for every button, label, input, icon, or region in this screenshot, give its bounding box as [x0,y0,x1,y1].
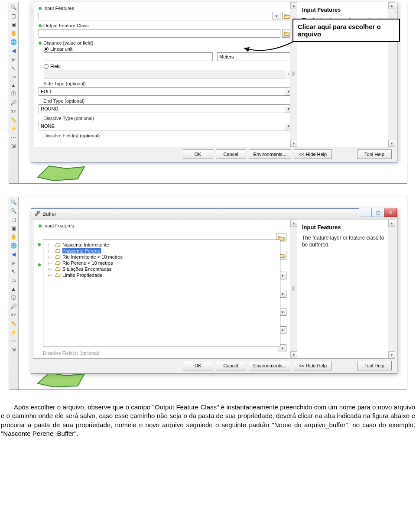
linear-unit-value-field[interactable] [44,52,213,61]
ok-button[interactable]: OK [183,149,213,159]
environments-button[interactable]: Environments... [249,361,291,370]
dropdown-item-label: Nascente Intermitente [62,242,109,247]
input-features-label: Input Features [43,223,74,228]
scroll-down-icon[interactable]: ▼ [290,140,297,147]
dissolve-type-combo[interactable] [39,122,285,130]
hide-help-button[interactable]: << Hide Help [294,149,332,159]
help-scrollbar[interactable]: ▲ ▼ [388,220,395,358]
tree-branch-icon: ⊢ [47,267,53,272]
pointer-icon[interactable]: ▲ [10,82,17,89]
cancel-button[interactable]: Cancel [216,149,246,159]
tool-help-button[interactable]: Tool Help [357,361,392,370]
select-icon[interactable]: ↖ [10,65,17,71]
identify-icon[interactable]: ⓘ [10,91,17,97]
tree-branch-icon: ⊢ [47,273,53,278]
dropdown-item[interactable]: ⊢Rio Intermitente < 10 metros [46,254,277,260]
more-icon[interactable]: ⋯ [10,337,17,344]
side-type-combo[interactable] [39,87,285,96]
fullextent-icon[interactable]: ▢ [10,216,17,223]
hide-help-button[interactable]: << Hide Help [294,361,332,370]
scroll-down-icon[interactable]: ▼ [388,140,395,147]
zoom-out-icon[interactable]: 🔍 [10,4,17,11]
pointer-icon[interactable]: ▲ [10,285,17,292]
output-fc-label: Output Feature Class [43,23,89,28]
input-features-label: Input Features [43,6,74,11]
globe-icon[interactable]: 🌐 [10,242,17,249]
tree-branch-icon: ⊢ [47,243,53,247]
polygon-layer-icon [55,261,61,265]
svg-rect-3 [37,211,39,213]
svg-marker-9 [55,273,60,277]
close-button[interactable]: ✕ [384,208,397,217]
dialog-titlebar[interactable]: Buffer — ▢ ✕ [31,209,397,219]
next-extent-icon[interactable]: ▶ [10,56,17,63]
tool-icon[interactable]: ⇲ [10,346,17,353]
dropdown-item[interactable]: ⊢Rio Perene < 10 metros [46,260,277,266]
scroll-up-icon[interactable]: ▲ [388,2,395,9]
zoom-out-icon[interactable]: 🔍 [10,208,17,214]
minimize-button[interactable]: — [359,208,372,217]
next-extent-icon[interactable]: ▶ [10,260,17,266]
dropdown-item[interactable]: ⊢Nascente Perene [46,248,277,254]
scroll-thumb[interactable] [292,71,295,76]
identify-icon[interactable]: ⓘ [10,294,17,301]
pan-icon[interactable]: ✋ [10,234,17,240]
dropdown-item[interactable]: ⊢Situações Encontradas [46,266,277,272]
tool-help-button[interactable]: Tool Help [357,149,392,159]
zoom-in-icon[interactable]: 🔍 [10,199,17,206]
fixed-zoom-icon[interactable]: ▣ [10,225,17,232]
scroll-down-icon[interactable]: ▼ [290,351,297,358]
fixed-zoom-icon[interactable]: ▣ [10,21,17,28]
find-icon[interactable]: 🔎 [10,303,17,310]
svg-marker-4 [55,243,60,247]
more-icon[interactable]: ⋯ [10,134,17,141]
dissolve-fields-label-ghost: Dissolve Field(s) (optional) [43,350,99,356]
scroll-up-icon[interactable]: ▲ [388,220,395,227]
select-icon[interactable]: ↖ [10,268,17,275]
dropdown-item[interactable]: ⊢Nascente Intermitente [46,242,277,248]
tool-icon[interactable]: ⇲ [10,143,17,149]
bolt-icon[interactable]: ⚡ [10,329,17,336]
dropdown-item[interactable]: ⊢Limite Propriedade [46,272,277,278]
clear-sel-icon[interactable]: ▭ [10,277,17,284]
field-radio[interactable]: Field [44,64,292,69]
svg-marker-8 [55,267,60,271]
fullextent-icon[interactable]: ▢ [10,13,17,19]
xy-icon[interactable]: XY [10,311,17,318]
find-icon[interactable]: 🔎 [10,99,17,106]
globe-icon[interactable]: 🌐 [10,39,17,45]
bolt-icon[interactable]: ⚡ [10,125,17,132]
clear-sel-icon[interactable]: ▭ [10,73,17,80]
svg-marker-7 [55,261,60,265]
end-type-label: End Type (optional) [43,98,84,104]
tree-branch-icon: ⊢ [47,249,53,253]
prev-extent-icon[interactable]: ◀ [10,47,17,54]
annotation-text: Clicar aqui para escolher o arquivo [298,23,381,38]
button-bar: OK Cancel Environments... << Hide Help T… [33,148,395,160]
scroll-up-icon[interactable]: ▲ [290,2,297,9]
environments-button[interactable]: Environments... [249,149,291,159]
pan-icon[interactable]: ✋ [10,30,17,37]
scroll-up-icon[interactable]: ▲ [290,220,297,227]
svg-marker-0 [38,166,84,181]
hammer-icon [34,211,40,217]
input-features-dropdown-list[interactable]: ⊢Nascente Intermitente⊢Nascente Perene⊢R… [43,240,280,347]
input-features-dropdown-btn[interactable]: ▼ [273,12,280,20]
dropdown-item-label: Situações Encontradas [62,266,111,272]
measure-icon[interactable]: 📏 [10,320,17,327]
annotation-arrow-icon [241,38,296,59]
scroll-down-icon[interactable]: ▼ [388,351,395,358]
help-title: Input Features [302,224,390,230]
ok-button[interactable]: OK [183,361,213,370]
form-scrollbar[interactable]: ▲ ▼ [290,220,297,358]
cancel-button[interactable]: Cancel [216,361,246,370]
end-type-combo[interactable] [39,104,285,113]
prev-extent-icon[interactable]: ◀ [10,251,17,258]
scroll-thumb[interactable] [292,286,295,291]
maximize-button[interactable]: ▢ [371,208,384,217]
dropdown-item-label: Rio Perene < 10 metros [62,260,113,266]
measure-icon[interactable]: 📏 [10,117,17,123]
xy-icon[interactable]: XY [10,108,17,115]
output-fc-field[interactable] [39,29,280,38]
input-features-field[interactable] [39,12,273,20]
